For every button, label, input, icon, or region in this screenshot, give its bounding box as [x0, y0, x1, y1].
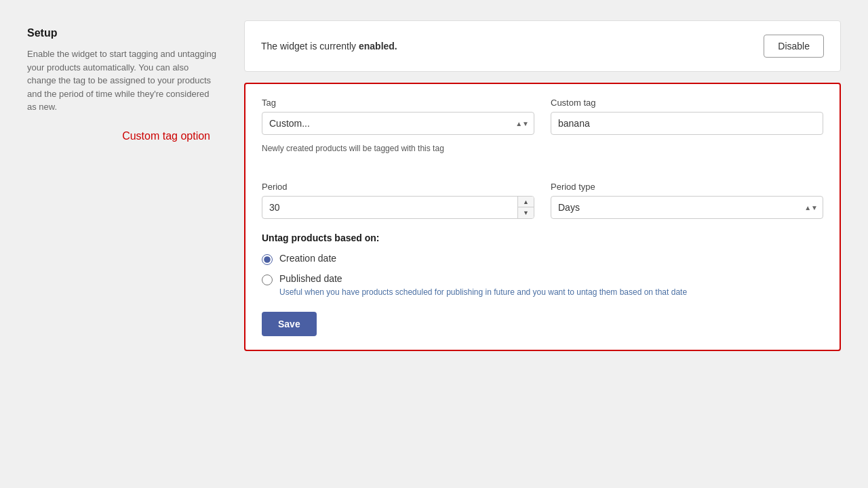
status-card: The widget is currently enabled. Disable	[244, 20, 841, 72]
creation-date-label: Creation date	[279, 253, 336, 264]
disable-button[interactable]: Disable	[764, 35, 824, 58]
untag-radio-group: Creation date Published date Useful when…	[262, 253, 823, 298]
period-section: Period ▲ ▼ Period type	[245, 168, 840, 350]
save-button[interactable]: Save	[262, 312, 317, 336]
published-date-hint: Useful when you have products scheduled …	[279, 287, 687, 298]
period-type-label: Period type	[551, 182, 823, 192]
untag-title: Untag products based on:	[262, 232, 823, 243]
published-date-radio-content: Published date Useful when you have prod…	[279, 273, 687, 298]
custom-tag-label: Custom tag	[551, 98, 823, 108]
published-date-radio-item: Published date Useful when you have prod…	[262, 273, 823, 298]
untag-section: Untag products based on: Creation date	[262, 232, 823, 298]
sidebar-description: Enable the widget to start tagging and u…	[27, 47, 217, 114]
period-decrement-button[interactable]: ▼	[518, 207, 534, 218]
period-input[interactable]	[262, 196, 534, 219]
period-label: Period	[262, 182, 534, 192]
period-spinner-wrapper: ▲ ▼	[262, 196, 534, 219]
sidebar: Setup Enable the widget to start tagging…	[27, 20, 217, 351]
period-type-select[interactable]: Days Weeks Months	[551, 196, 823, 219]
custom-tag-field-group: Custom tag	[551, 98, 823, 135]
main-content: The widget is currently enabled. Disable…	[244, 20, 841, 351]
period-increment-button[interactable]: ▲	[518, 197, 534, 208]
creation-date-radio[interactable]	[262, 254, 273, 265]
custom-tag-annotation: Custom tag option	[27, 130, 217, 142]
sidebar-title: Setup	[27, 27, 217, 39]
period-row: Period ▲ ▼ Period type	[262, 182, 823, 219]
published-date-radio[interactable]	[262, 274, 273, 285]
status-prefix: The widget is currently	[261, 41, 359, 52]
period-spinner-buttons: ▲ ▼	[517, 197, 534, 218]
custom-tag-input[interactable]	[551, 112, 823, 135]
period-type-select-wrapper: Days Weeks Months ▲▼	[551, 196, 823, 219]
period-field: Period ▲ ▼	[262, 182, 534, 219]
creation-date-radio-content: Creation date	[279, 253, 336, 264]
settings-card-inner: Tag Custom... New ▲▼ Custom tag	[245, 84, 840, 168]
creation-date-radio-item: Creation date	[262, 253, 823, 265]
status-text: The widget is currently enabled.	[261, 41, 397, 52]
tag-fields-row: Tag Custom... New ▲▼ Custom tag	[262, 98, 823, 135]
tag-select[interactable]: Custom... New	[262, 112, 534, 135]
tag-label: Tag	[262, 98, 534, 108]
published-date-label: Published date	[279, 273, 687, 284]
tag-field-group: Tag Custom... New ▲▼	[262, 98, 534, 135]
settings-card: Tag Custom... New ▲▼ Custom tag	[244, 83, 841, 351]
status-value: enabled.	[359, 41, 397, 52]
period-type-field: Period type Days Weeks Months ▲▼	[551, 182, 823, 219]
tag-hint: Newly created products will be tagged wi…	[262, 143, 823, 155]
tag-select-wrapper: Custom... New ▲▼	[262, 112, 534, 135]
